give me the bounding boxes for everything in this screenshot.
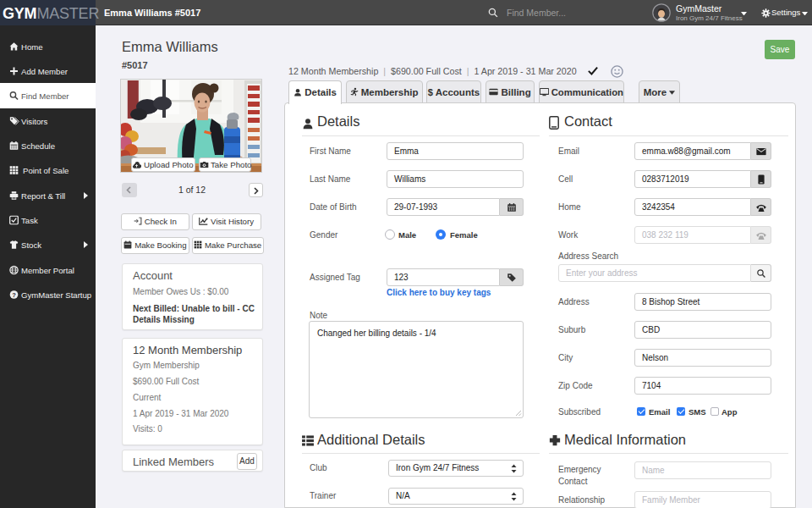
svg-text:?: ? bbox=[12, 290, 16, 298]
